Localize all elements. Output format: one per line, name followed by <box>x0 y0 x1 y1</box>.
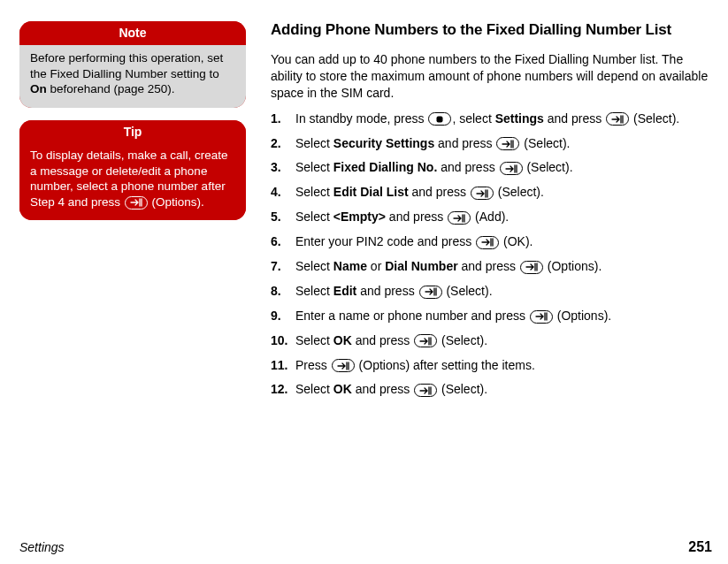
step-text: Select <box>295 382 333 396</box>
note-callout: Note Before performing this operation, s… <box>19 21 246 108</box>
tip-text-post: (Options). <box>149 195 204 209</box>
step-bold: Security Settings <box>333 136 434 150</box>
tip-title: Tip <box>19 120 246 144</box>
softkey-icon <box>332 359 355 372</box>
step-number: 9. <box>271 308 281 324</box>
note-body: Before performing this operation, set th… <box>19 45 246 108</box>
step-bold: <Empty> <box>333 210 386 224</box>
step-bold: OK <box>333 333 352 347</box>
step-number: 3. <box>271 159 281 176</box>
step-number: 11. <box>271 357 287 374</box>
page-footer: Settings 251 <box>19 539 712 555</box>
step-text: and press <box>434 136 495 150</box>
step-text: , select <box>452 111 494 126</box>
step-text: and press <box>437 160 498 174</box>
step-number: 12. <box>271 381 287 398</box>
step-text: (Options) after setting the items. <box>356 358 535 372</box>
step-item: 7.Select Name or Dial Number and press (… <box>271 258 714 275</box>
step-text: Press <box>295 358 331 372</box>
step-number: 8. <box>271 283 281 300</box>
softkey-icon <box>471 187 494 200</box>
step-bold: Edit <box>333 284 356 298</box>
note-text-pre: Before performing this operation, set th… <box>30 51 223 80</box>
step-text: In standby mode, press <box>295 111 427 126</box>
step-text: (Select). <box>494 185 544 199</box>
step-text: (OK). <box>500 234 533 248</box>
step-bold: Dial Number <box>385 259 457 273</box>
step-item: 9.Enter a name or phone number and press… <box>271 308 714 324</box>
step-text: Enter your PIN2 code and press <box>295 234 475 248</box>
step-item: 4.Select Edit Dial List and press (Selec… <box>271 184 714 201</box>
step-text: Select <box>295 210 333 224</box>
step-text: and press <box>409 185 470 199</box>
step-text: Select <box>295 136 333 150</box>
step-text: Select <box>295 160 333 174</box>
step-number: 4. <box>271 184 281 201</box>
note-text-post: beforehand (page 250). <box>47 82 175 95</box>
step-text: (Select). <box>630 111 679 126</box>
step-item: 1.In standby mode, press , select Settin… <box>271 111 714 127</box>
step-text: (Select). <box>443 284 493 298</box>
step-bold: Edit Dial List <box>333 185 409 199</box>
step-item: 12.Select OK and press (Select). <box>271 381 714 398</box>
step-text: (Select). <box>524 160 573 174</box>
step-text: and press <box>356 284 418 298</box>
step-item: 10.Select OK and press (Select). <box>271 332 714 349</box>
step-number: 2. <box>271 135 281 152</box>
step-bold: Settings <box>495 111 544 126</box>
page-heading: Adding Phone Numbers to the Fixed Dialli… <box>271 21 714 39</box>
step-item: 3.Select Fixed Dialling No. and press (S… <box>271 159 714 176</box>
step-text: (Select). <box>438 382 487 396</box>
step-item: 5.Select <Empty> and press (Add). <box>271 209 714 225</box>
note-title: Note <box>19 21 246 45</box>
step-number: 6. <box>271 233 281 250</box>
sidebar: Note Before performing this operation, s… <box>19 21 246 406</box>
softkey-icon <box>530 310 553 324</box>
footer-section: Settings <box>19 540 65 554</box>
step-number: 1. <box>271 111 281 127</box>
step-text: Select <box>295 259 333 273</box>
softkey-icon <box>520 261 543 274</box>
intro-paragraph: You can add up to 40 phone numbers to th… <box>271 51 714 102</box>
softkey-icon <box>419 286 442 299</box>
main-content: Adding Phone Numbers to the Fixed Dialli… <box>271 21 719 406</box>
step-text: (Select). <box>520 136 570 150</box>
step-item: 2.Select Security Settings and press (Se… <box>271 135 714 152</box>
step-text: (Select). <box>438 333 487 347</box>
step-text: and press <box>386 210 447 224</box>
softkey-icon <box>606 112 629 126</box>
tip-body: To display details, make a call, create … <box>19 144 246 220</box>
step-text: Select <box>295 185 333 199</box>
step-item: 8.Select Edit and press (Select). <box>271 283 714 300</box>
softkey-icon <box>414 384 437 397</box>
step-text: (Options). <box>554 309 611 323</box>
softkey-icon <box>496 137 519 150</box>
step-bold: Name <box>333 259 367 273</box>
step-bold: Fixed Dialling No. <box>333 160 437 174</box>
page-content: Note Before performing this operation, s… <box>0 0 728 406</box>
step-bold: OK <box>333 382 352 396</box>
softkey-icon <box>500 162 523 175</box>
softkey-icon <box>476 236 499 249</box>
steps-list: 1.In standby mode, press , select Settin… <box>271 111 714 399</box>
step-text: Select <box>295 284 333 298</box>
step-text: Enter a name or phone number and press <box>295 309 529 323</box>
footer-page-number: 251 <box>688 539 712 555</box>
step-text: and press <box>544 111 605 126</box>
step-text: or <box>367 259 385 273</box>
step-number: 10. <box>271 332 287 349</box>
step-text: and press <box>352 333 413 347</box>
tip-callout: Tip To display details, make a call, cre… <box>19 120 246 220</box>
step-number: 5. <box>271 209 281 225</box>
step-text: and press <box>458 259 519 273</box>
softkey-icon <box>125 196 148 210</box>
step-item: 6.Enter your PIN2 code and press (OK). <box>271 233 714 250</box>
step-text: (Add). <box>471 210 509 224</box>
softkey-icon <box>414 334 437 347</box>
softkey-icon <box>448 211 471 225</box>
note-text-bold: On <box>30 82 47 95</box>
step-text: and press <box>352 382 413 396</box>
step-text: (Options). <box>544 259 602 273</box>
step-text: Select <box>295 333 333 347</box>
center-key-icon <box>428 112 451 126</box>
